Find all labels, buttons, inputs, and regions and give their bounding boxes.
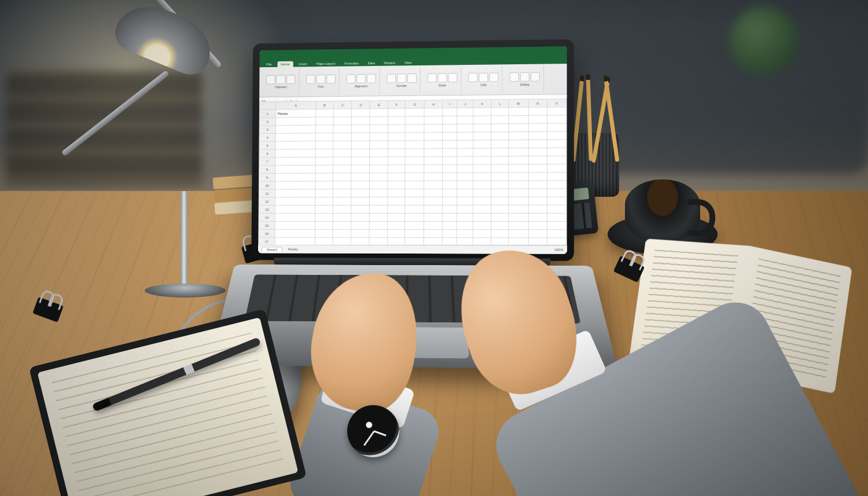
cell[interactable]: [491, 156, 509, 164]
column-header[interactable]: N: [528, 99, 547, 107]
cell[interactable]: [473, 132, 491, 140]
row-header[interactable]: 8: [259, 166, 275, 174]
cell[interactable]: [547, 164, 567, 172]
ribbon-button[interactable]: [326, 75, 336, 84]
ribbon-tab-insert[interactable]: Insert: [295, 61, 310, 67]
cell[interactable]: [388, 133, 405, 141]
cell[interactable]: [351, 157, 370, 165]
cell[interactable]: [457, 132, 473, 140]
cell[interactable]: [424, 149, 443, 157]
ribbon-tab-home[interactable]: Home: [277, 61, 293, 67]
cell[interactable]: [528, 222, 547, 230]
cell[interactable]: [457, 205, 473, 213]
ribbon-button[interactable]: [317, 75, 326, 84]
cell[interactable]: [528, 107, 547, 115]
cell[interactable]: [509, 156, 528, 164]
cell[interactable]: [333, 181, 351, 189]
cell[interactable]: [457, 124, 473, 132]
cell[interactable]: [424, 197, 442, 205]
cell[interactable]: [351, 229, 370, 237]
ribbon-button[interactable]: [428, 74, 437, 83]
cell[interactable]: [370, 108, 388, 116]
column-header[interactable]: F: [388, 100, 405, 108]
cell[interactable]: [275, 133, 315, 141]
ribbon-button[interactable]: [407, 74, 417, 83]
cell[interactable]: [315, 173, 333, 181]
cell[interactable]: [473, 140, 491, 148]
column-header[interactable]: D: [352, 101, 370, 109]
cell[interactable]: [547, 197, 567, 205]
cell[interactable]: [443, 140, 457, 148]
cell[interactable]: [424, 124, 443, 133]
cell[interactable]: [528, 213, 547, 221]
cell[interactable]: [333, 229, 351, 237]
ribbon-button[interactable]: [367, 74, 376, 83]
cell[interactable]: [387, 221, 404, 229]
cell[interactable]: [405, 157, 424, 165]
cell[interactable]: [491, 148, 509, 156]
cell[interactable]: [424, 133, 443, 141]
cell[interactable]: [547, 131, 567, 139]
cell[interactable]: [315, 189, 333, 197]
row-header[interactable]: 4: [259, 133, 275, 141]
column-header[interactable]: E: [370, 101, 388, 109]
cell[interactable]: [443, 116, 457, 124]
cell[interactable]: [528, 164, 547, 172]
cell[interactable]: [316, 109, 334, 117]
cell[interactable]: [491, 197, 509, 205]
cell[interactable]: [275, 214, 315, 222]
cell[interactable]: [509, 148, 528, 156]
cell[interactable]: [443, 172, 457, 181]
cell[interactable]: [315, 141, 333, 149]
ribbon-button[interactable]: [286, 75, 296, 84]
cell[interactable]: [315, 133, 333, 141]
cell[interactable]: [443, 189, 457, 197]
cell[interactable]: [457, 116, 473, 124]
cell[interactable]: [457, 222, 473, 230]
cell[interactable]: [315, 205, 333, 214]
ribbon-button[interactable]: [397, 74, 406, 83]
cell[interactable]: [508, 222, 528, 230]
zoom-level[interactable]: 100%: [554, 248, 564, 252]
column-header[interactable]: A: [276, 101, 316, 109]
cell[interactable]: [333, 109, 352, 117]
cell[interactable]: [443, 108, 457, 116]
ribbon-button[interactable]: [520, 72, 529, 82]
cell[interactable]: [457, 108, 473, 116]
cell[interactable]: [388, 197, 405, 205]
cell[interactable]: [405, 149, 424, 157]
cell[interactable]: [473, 213, 491, 221]
cell[interactable]: [547, 230, 567, 238]
cell[interactable]: [473, 164, 491, 172]
cell[interactable]: [370, 133, 388, 141]
cell[interactable]: [370, 214, 388, 222]
ribbon-tab-view[interactable]: View: [401, 60, 415, 65]
cell[interactable]: [547, 189, 567, 197]
cell[interactable]: [491, 205, 509, 213]
cell[interactable]: [491, 213, 509, 221]
column-header[interactable]: I: [443, 100, 457, 108]
spreadsheet-grid[interactable]: ABCDEFGHIJKLMNO1Places234567891011121314…: [258, 98, 567, 245]
ribbon-button[interactable]: [306, 75, 315, 84]
cell[interactable]: [509, 124, 528, 132]
cell[interactable]: [405, 189, 424, 197]
cell[interactable]: [508, 197, 528, 205]
cell[interactable]: [315, 221, 333, 229]
cell[interactable]: [315, 181, 333, 189]
cell[interactable]: [275, 189, 315, 197]
cell[interactable]: [333, 221, 351, 229]
cell[interactable]: [528, 205, 547, 213]
cell[interactable]: [547, 238, 567, 246]
cell[interactable]: [333, 149, 352, 157]
ribbon-button[interactable]: [356, 74, 366, 83]
cell[interactable]: [457, 164, 473, 172]
ribbon-button[interactable]: [448, 73, 457, 82]
cell[interactable]: [547, 172, 567, 181]
cell[interactable]: [424, 141, 443, 149]
row-header[interactable]: 3: [259, 126, 275, 134]
ribbon-button[interactable]: [510, 72, 519, 82]
cell[interactable]: [315, 125, 333, 133]
column-header[interactable]: H: [424, 100, 443, 108]
cell[interactable]: [473, 222, 491, 230]
column-header[interactable]: C: [333, 101, 352, 109]
